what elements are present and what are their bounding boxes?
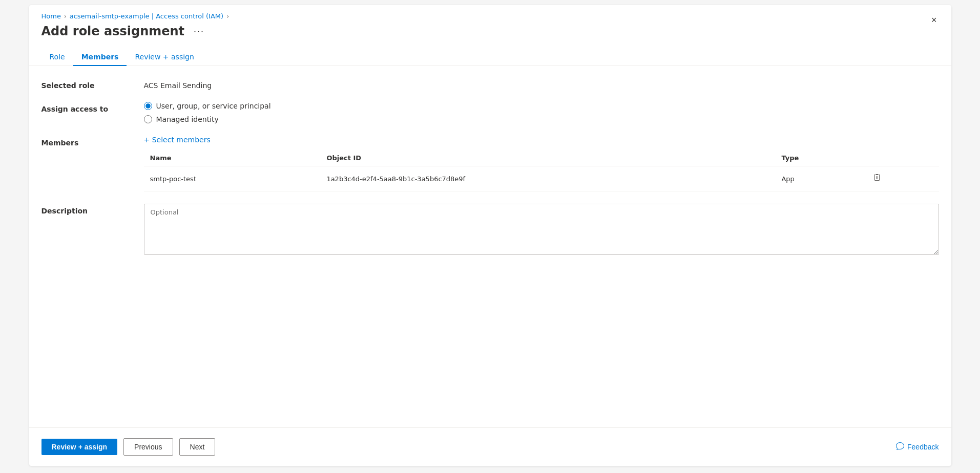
col-name: Name <box>144 150 321 166</box>
description-label: Description <box>41 204 144 215</box>
add-members-link[interactable]: + Select members <box>144 136 939 144</box>
description-row: Description <box>41 204 939 256</box>
cell-delete <box>865 166 939 191</box>
cell-object-id: 1a2b3c4d-e2f4-5aa8-9b1c-3a5b6c7d8e9f <box>320 166 775 191</box>
feedback-icon <box>896 442 904 452</box>
members-table-header-row: Name Object ID Type <box>144 150 939 166</box>
breadcrumb-sep-2: › <box>226 13 229 20</box>
description-textarea[interactable] <box>144 204 939 255</box>
tabs-container: Role Members Review + assign <box>29 38 951 66</box>
add-role-assignment-panel: Home › acsemail-smtp-example | Access co… <box>29 5 951 466</box>
members-table: Name Object ID Type smtp-poc-test 1a2b3c… <box>144 150 939 191</box>
assign-access-label: Assign access to <box>41 102 144 113</box>
radio-managed-identity[interactable]: Managed identity <box>144 115 939 123</box>
page-title: Add role assignment <box>41 24 185 38</box>
members-row: Members + Select members Name Object ID … <box>41 136 939 191</box>
table-row: smtp-poc-test 1a2b3c4d-e2f4-5aa8-9b1c-3a… <box>144 166 939 191</box>
selected-role-row: Selected role ACS Email Sending <box>41 78 939 90</box>
members-label: Members <box>41 136 144 147</box>
radio-managed-identity-label: Managed identity <box>156 115 219 123</box>
previous-button[interactable]: Previous <box>123 438 173 456</box>
breadcrumb-home[interactable]: Home <box>41 12 61 20</box>
col-type: Type <box>775 150 864 166</box>
selected-role-value: ACS Email Sending <box>144 78 939 90</box>
tab-role[interactable]: Role <box>41 49 73 66</box>
feedback-label: Feedback <box>907 443 939 451</box>
cell-type: App <box>775 166 864 191</box>
review-assign-button[interactable]: Review + assign <box>41 439 118 455</box>
members-table-header: Name Object ID Type <box>144 150 939 166</box>
tab-members[interactable]: Members <box>73 49 127 66</box>
ellipsis-button[interactable]: ··· <box>191 25 207 38</box>
breadcrumb-sep-1: › <box>64 13 67 20</box>
selected-role-label: Selected role <box>41 78 144 90</box>
close-button[interactable]: × <box>929 13 939 27</box>
feedback-button[interactable]: Feedback <box>896 442 939 452</box>
assign-access-row: Assign access to User, group, or service… <box>41 102 939 123</box>
trash-icon <box>873 174 881 182</box>
panel-header: Add role assignment ··· <box>29 20 951 38</box>
radio-managed-identity-input[interactable] <box>144 115 152 123</box>
col-actions <box>865 150 939 166</box>
chat-icon <box>896 442 904 450</box>
radio-user-group[interactable]: User, group, or service principal <box>144 102 939 110</box>
col-object-id: Object ID <box>320 150 775 166</box>
tab-review-assign[interactable]: Review + assign <box>127 49 202 66</box>
members-table-body: smtp-poc-test 1a2b3c4d-e2f4-5aa8-9b1c-3a… <box>144 166 939 191</box>
breadcrumb-resource[interactable]: acsemail-smtp-example | Access control (… <box>70 12 223 20</box>
panel-body: Selected role ACS Email Sending Assign a… <box>29 66 951 415</box>
footer: Review + assign Previous Next Feedback <box>29 427 951 466</box>
radio-user-group-input[interactable] <box>144 102 152 110</box>
breadcrumb: Home › acsemail-smtp-example | Access co… <box>29 5 951 20</box>
cell-name: smtp-poc-test <box>144 166 321 191</box>
next-button[interactable]: Next <box>179 438 216 456</box>
radio-user-group-label: User, group, or service principal <box>156 102 271 110</box>
radio-group: User, group, or service principal Manage… <box>144 102 939 123</box>
delete-member-button[interactable] <box>871 171 883 186</box>
